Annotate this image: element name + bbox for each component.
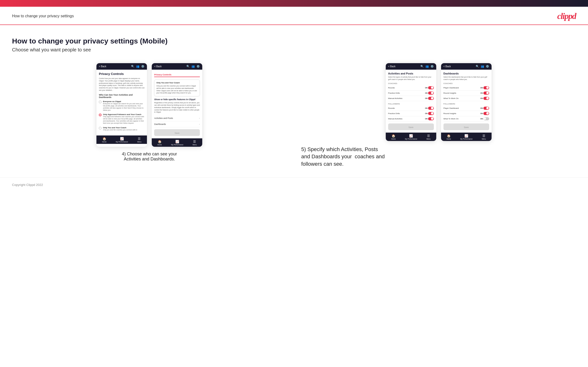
nav-perf-2[interactable]: 📈 My Performance <box>171 140 183 146</box>
screen2-card-title: Only You and Your Coach <box>156 82 198 84</box>
screen3-followers-manual: Manual Activities ON <box>388 116 434 122</box>
nav-menu-4[interactable]: ☰ Menu <box>482 134 486 140</box>
footer-copyright: Copyright Clippd 2022 <box>12 183 43 187</box>
screen4-save-label: Save <box>464 126 469 128</box>
nav-home-label-2: Home <box>157 144 162 146</box>
nav-perf-label-4: My Performance <box>460 138 473 140</box>
nav-menu-label-1: Menu <box>137 141 142 143</box>
people-icon-4: 👥 <box>481 65 484 68</box>
screen3-coaches-label: COACHES <box>388 83 434 84</box>
screen3-coaches-rounds: Rounds ON <box>388 85 434 91</box>
footer: Copyright Clippd 2022 <box>0 177 588 192</box>
screen4-title: Dashboards <box>443 72 489 75</box>
screen2-menu1-label: Activities and Posts <box>154 117 173 119</box>
people-icon-2: 👥 <box>191 65 195 68</box>
main-content: How to change your privacy settings (Mob… <box>0 25 588 173</box>
screen3-desc: Select the types of activity that you'd … <box>388 76 434 81</box>
top-bar <box>0 0 588 7</box>
nav-perf-label-2: My Performance <box>171 144 183 146</box>
option3-desc: Only you and the coaches you connect wit… <box>103 129 137 131</box>
screen3-coaches-drills: Practice Drills ON <box>388 91 434 96</box>
search-icon-4: 🔍 <box>476 65 479 68</box>
screen3-coaches-manual: Manual Activities ON <box>388 96 434 101</box>
chevron-right-icon-1: › <box>199 117 200 120</box>
people-icon: 👥 <box>136 65 139 68</box>
settings-icon-4: ⚙️ <box>486 65 489 68</box>
screen3-save-label: Save <box>408 126 413 128</box>
search-icon-3: 🔍 <box>420 65 424 68</box>
left-screenshot-group: < Back 🔍 👥 ⚙️ Privacy Controls Control h… <box>12 63 287 162</box>
screen3-back[interactable]: < Back <box>388 65 396 68</box>
caption4-block: 4) Choose who can see yourActivities and… <box>122 151 177 162</box>
screen3-mockup: < Back 🔍 👥 ⚙️ Activities and Posts Selec… <box>386 63 436 141</box>
nav-home-2[interactable]: 🏠 Home <box>157 140 162 146</box>
nav-home-1[interactable]: 🏠 Home <box>102 137 106 143</box>
screen4-followers-roundinsights: Round Insights ON <box>443 111 489 116</box>
screen2-menu1[interactable]: Activities and Posts › <box>154 115 200 121</box>
nav-menu-label-3: Menu <box>426 138 431 140</box>
screen4-save[interactable]: Save <box>443 124 489 130</box>
nav-perf-label-3: My Performance <box>405 138 417 140</box>
screen1-subsection: Who Can See Your Activities and Dashboar… <box>99 94 145 99</box>
screen2-card-text: Only you and the coaches you connect wit… <box>156 85 198 94</box>
option2-label: Only Approved Followers and Your Coach <box>103 113 145 116</box>
screen2-info-text: Regardless of the privacy controls that … <box>154 102 200 113</box>
screen4-coaches-roundinsights: Round Insights ON <box>443 91 489 96</box>
screen3-followers-drills: Practice Drills ON <box>388 111 434 116</box>
nav-home-label-1: Home <box>102 141 106 143</box>
nav-menu-2[interactable]: ☰ Menu <box>193 140 197 146</box>
option1-label: Everyone on Clippd <box>103 100 145 103</box>
nav-perf-1[interactable]: 📈 My Performance <box>116 137 128 143</box>
screen2-menu2[interactable]: Dashboards › <box>154 121 200 127</box>
nav-home-label-4: Home <box>447 138 451 140</box>
nav-perf-4[interactable]: 📈 My Performance <box>460 134 473 140</box>
screen2-save[interactable]: Save <box>154 129 200 136</box>
screen1-title: Privacy Controls <box>99 72 145 76</box>
nav-menu-label-4: Menu <box>482 138 486 140</box>
settings-icon: ⚙️ <box>141 65 145 68</box>
screen1-body: Control how you and your data appears to… <box>99 77 145 92</box>
screen4-followers-label: FOLLOWERS <box>443 103 489 105</box>
screen4-coaches-whattowork: What To Work On ON <box>443 96 489 101</box>
header: How to change your privacy settings clip… <box>0 7 588 25</box>
nav-menu-1[interactable]: ☰ Menu <box>137 137 142 143</box>
nav-menu-label-2: Menu <box>193 144 197 146</box>
screen3-followers-label: FOLLOWERS <box>388 103 434 105</box>
chevron-right-icon-2: › <box>199 123 200 126</box>
option1[interactable]: Everyone on Clippd Everyone on Clippd ca… <box>99 100 145 111</box>
nav-home-4[interactable]: 🏠 Home <box>447 134 451 140</box>
screen4-coaches-label: COACHES <box>443 83 489 84</box>
screen1-back[interactable]: < Back <box>99 65 106 68</box>
settings-icon-2: ⚙️ <box>197 65 200 68</box>
screen1-mockup: < Back 🔍 👥 ⚙️ Privacy Controls Control h… <box>96 63 147 147</box>
screen4-back[interactable]: < Back <box>443 65 451 68</box>
screen4-mockup: < Back 🔍 👥 ⚙️ Dashboards Select the dash… <box>441 63 492 141</box>
option3-label: Only You and Your Coach <box>103 126 137 129</box>
screen4-followers-whattowork: What To Work On ON <box>443 116 489 122</box>
nav-perf-label-1: My Performance <box>116 141 128 143</box>
screen3-title: Activities and Posts <box>388 72 434 75</box>
screen4-followers-playerdash: Player Dashboard ON <box>443 106 489 111</box>
option2[interactable]: Only Approved Followers and Your Coach O… <box>99 113 145 124</box>
logo: clippd <box>557 11 576 21</box>
screen2-info-title: Show or hide specific features in Clippd <box>154 98 200 101</box>
screen4-coaches-playerdash: Player Dashboard ON <box>443 85 489 91</box>
screenshots-wrapper: < Back 🔍 👥 ⚙️ Privacy Controls Control h… <box>12 63 576 168</box>
screen2-back[interactable]: < Back <box>154 65 162 68</box>
nav-home-3[interactable]: 🏠 Home <box>391 134 396 140</box>
screen2-save-label: Save <box>175 132 180 134</box>
screen3-save[interactable]: Save <box>388 124 434 130</box>
screen2-tab[interactable]: Privacy Controls <box>154 73 172 77</box>
nav-menu-3[interactable]: ☰ Menu <box>426 134 431 140</box>
nav-perf-3[interactable]: 📈 My Performance <box>405 134 417 140</box>
caption5-block: 5) Specify which Activities, Postsand Da… <box>301 146 385 168</box>
settings-icon-3: ⚙️ <box>431 65 434 68</box>
caption5-text: 5) Specify which Activities, Postsand Da… <box>301 146 385 167</box>
option1-desc: Everyone on Clippd can search for you an… <box>103 103 145 111</box>
header-title: How to change your privacy settings <box>12 14 74 18</box>
option3[interactable]: Only You and Your Coach Only you and the… <box>99 126 145 131</box>
page-heading: How to change your privacy settings (Mob… <box>12 37 576 45</box>
screen2-menu2-label: Dashboards <box>154 123 166 125</box>
search-icon-2: 🔍 <box>186 65 190 68</box>
caption4-text: 4) Choose who can see yourActivities and… <box>122 151 177 161</box>
